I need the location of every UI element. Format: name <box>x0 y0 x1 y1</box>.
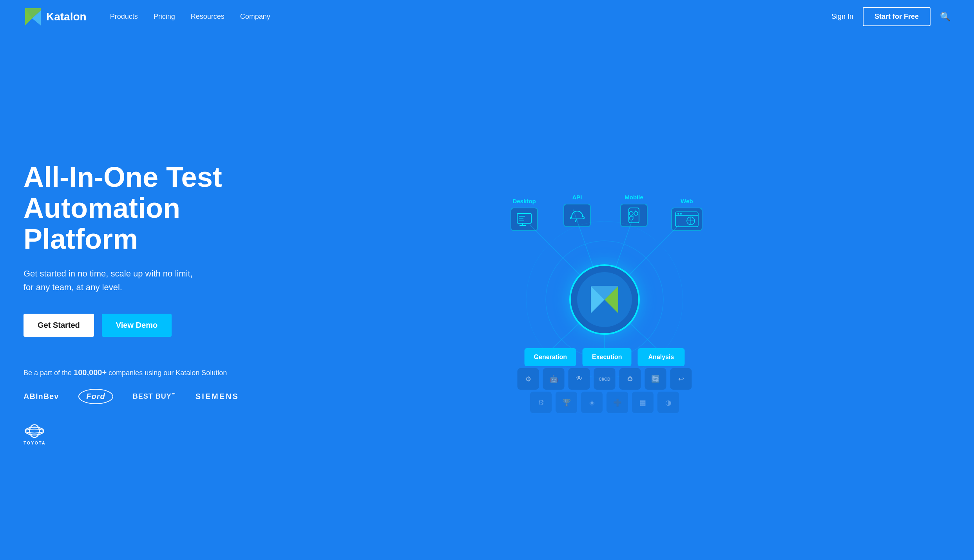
sub-icon-r2-6: ◑ <box>657 392 679 413</box>
hero-title: All-In-One Test Automation Platform <box>24 162 259 255</box>
nav-products[interactable]: Products <box>110 13 138 21</box>
action-boxes: Generation Execution Analysis <box>525 348 685 366</box>
analysis-box: Analysis <box>637 348 684 366</box>
start-free-button[interactable]: Start for Free <box>863 7 931 26</box>
platform-mobile: Mobile <box>620 194 648 227</box>
center-logo-inner <box>577 272 632 327</box>
svg-point-6 <box>30 425 40 437</box>
sub-icons-row1: ⚙ 🤖 👁 CI/CD ♻ 🔄 ↩ <box>518 368 692 390</box>
sub-icon-7: ↩ <box>670 368 692 390</box>
hero-subtitle-line2: for any team, at any level. <box>24 282 122 292</box>
svg-point-5 <box>25 427 44 435</box>
sub-icon-5: ♻ <box>619 368 641 390</box>
siemens-logo: SIEMENS <box>196 392 239 401</box>
center-logo-circle <box>569 264 640 335</box>
search-icon[interactable]: 🔍 <box>940 12 950 22</box>
ford-logo: Ford <box>78 389 113 404</box>
nav-right: Sign In Start for Free 🔍 <box>831 7 950 26</box>
mobile-icon-box <box>620 204 648 227</box>
sign-in-link[interactable]: Sign In <box>831 13 853 21</box>
hero-buttons: Get Started View Demo <box>24 314 259 337</box>
logo-text: Katalon <box>46 11 87 23</box>
web-label: Web <box>681 198 693 204</box>
sub-icon-r2-2: 🏆 <box>556 392 577 413</box>
social-proof-prefix: Be a part of the <box>24 369 74 377</box>
hero-title-line2: Automation Platform <box>24 192 180 255</box>
sub-icon-r2-5: ▦ <box>632 392 654 413</box>
svg-point-33 <box>677 213 679 215</box>
view-demo-button[interactable]: View Demo <box>102 314 172 337</box>
nav-pricing[interactable]: Pricing <box>154 13 175 21</box>
nav-company[interactable]: Company <box>240 13 270 21</box>
sub-icon-1: ⚙ <box>518 368 539 390</box>
bestbuy-logo: BEST BUY™ <box>133 392 176 401</box>
sub-icon-r2-4: ➕ <box>606 392 628 413</box>
desktop-icon-box <box>511 208 538 231</box>
platform-api: API <box>563 194 591 227</box>
svg-point-7 <box>25 429 44 433</box>
hero-subtitle: Get started in no time, scale up with no… <box>24 267 259 294</box>
hero-section: All-In-One Test Automation Platform Get … <box>0 33 974 558</box>
sub-icon-3: 👁 <box>568 368 590 390</box>
execution-box: Execution <box>583 348 631 366</box>
web-icon-box <box>671 208 702 231</box>
api-icon-box <box>563 204 591 227</box>
sub-icon-2: 🤖 <box>543 368 565 390</box>
company-logos: ABInBev Ford BEST BUY™ SIEMENS TOYOTA <box>24 389 259 445</box>
mobile-label: Mobile <box>625 194 643 201</box>
nav-resources[interactable]: Resources <box>191 13 224 21</box>
sub-icon-r2-3: ◈ <box>581 392 603 413</box>
logo-link[interactable]: Katalon <box>24 7 87 26</box>
nav-links: Products Pricing Resources Company <box>110 13 831 21</box>
platform-web: Web <box>671 198 702 231</box>
diagram-container: Desktop API <box>491 186 718 413</box>
sub-icon-cicd: CI/CD <box>594 368 616 390</box>
social-proof-text: Be a part of the 100,000+ companies usin… <box>24 368 259 377</box>
svg-point-26 <box>575 220 576 222</box>
generation-box: Generation <box>525 348 576 366</box>
katalon-logo-icon <box>24 7 42 26</box>
api-label: API <box>572 194 582 201</box>
hero-subtitle-line1: Get started in no time, scale up with no… <box>24 269 193 278</box>
sub-icon-r2-1: ⚙ <box>530 392 552 413</box>
navbar: Katalon Products Pricing Resources Compa… <box>0 0 974 33</box>
desktop-label: Desktop <box>512 198 536 204</box>
platform-desktop: Desktop <box>511 198 538 231</box>
hero-left: All-In-One Test Automation Platform Get … <box>24 154 259 445</box>
sub-icon-6: 🔄 <box>645 368 666 390</box>
social-proof-count: 100,000+ <box>74 368 107 377</box>
get-started-button[interactable]: Get Started <box>24 314 94 337</box>
hero-diagram: Desktop API <box>259 186 950 413</box>
toyota-logo: TOYOTA <box>24 424 46 445</box>
social-proof-suffix: companies using our Katalon Solution <box>107 369 227 377</box>
svg-point-34 <box>680 213 682 215</box>
abinbev-logo: ABInBev <box>24 392 59 401</box>
hero-title-line1: All-In-One Test <box>24 161 222 193</box>
sub-icons-row2: ⚙ 🏆 ◈ ➕ ▦ ◑ <box>530 392 679 413</box>
